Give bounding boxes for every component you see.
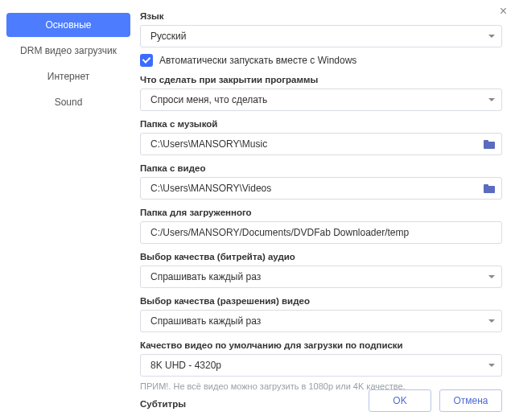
default-quality-label: Качество видео по умолчанию для загрузки… [140, 340, 502, 350]
video-quality-label: Выбор качества (разрешения) видео [140, 296, 502, 306]
sidebar-item-internet[interactable]: Интернет [6, 64, 130, 89]
onclose-label: Что сделать при закрытии программы [140, 75, 502, 84]
cancel-button-label: Отмена [453, 395, 488, 406]
audio-quality-select[interactable]: Спрашивать каждый раз [140, 266, 502, 288]
video-quality-select[interactable]: Спрашивать каждый раз [140, 310, 502, 332]
footer: OK Отмена [369, 389, 502, 412]
sidebar: Основные DRM видео загрузчик Интернет So… [0, 5, 137, 420]
video-folder-label: Папка с видео [140, 163, 502, 173]
autostart-checkbox[interactable] [140, 54, 153, 67]
audio-quality-value: Спрашивать каждый раз [150, 271, 484, 282]
onclose-value: Спроси меня, что сделать [150, 94, 484, 105]
sidebar-item-label: Интернет [47, 71, 89, 82]
default-quality-select[interactable]: 8K UHD - 4320p [140, 354, 502, 377]
sidebar-item-label: Основные [46, 19, 92, 31]
language-select[interactable]: Русский [140, 25, 502, 47]
sidebar-item-label: Sound [55, 97, 83, 108]
music-folder-label: Папка с музыкой [140, 119, 502, 129]
download-folder-input[interactable]: C:/Users/MANSORY/Documents/DVDFab Downlo… [140, 221, 502, 244]
sidebar-item-drm[interactable]: DRM видео загрузчик [6, 39, 130, 63]
video-folder-value: C:\Users\MANSORY\Videos [150, 183, 479, 194]
chevron-down-icon [488, 35, 495, 38]
chevron-down-icon [488, 364, 495, 367]
default-quality-value: 8K UHD - 4320p [150, 360, 484, 371]
sidebar-item-label: DRM видео загрузчик [20, 45, 117, 56]
language-label: Язык [140, 11, 502, 21]
main-panel: Язык Русский Автоматически запускать вме… [137, 5, 515, 420]
video-folder-input[interactable]: C:\Users\MANSORY\Videos [140, 177, 502, 200]
chevron-down-icon [488, 319, 495, 323]
music-folder-input[interactable]: C:\Users\MANSORY\Music [140, 133, 502, 155]
audio-quality-label: Выбор качества (битрейта) аудио [140, 252, 502, 261]
sidebar-item-general[interactable]: Основные [6, 13, 130, 37]
download-folder-value: C:/Users/MANSORY/Documents/DVDFab Downlo… [150, 227, 495, 238]
chevron-down-icon [488, 275, 495, 278]
folder-icon[interactable] [484, 140, 495, 149]
ok-button-label: OK [393, 395, 406, 406]
chevron-down-icon [488, 98, 495, 101]
cancel-button[interactable]: Отмена [439, 389, 502, 412]
autostart-label: Автоматически запускать вместе с Windows [159, 55, 356, 66]
autostart-row[interactable]: Автоматически запускать вместе с Windows [140, 54, 502, 67]
language-value: Русский [150, 31, 484, 42]
music-folder-value: C:\Users\MANSORY\Music [150, 138, 479, 150]
settings-container: Основные DRM видео загрузчик Интернет So… [0, 0, 515, 420]
download-folder-label: Папка для загруженного [140, 208, 502, 217]
ok-button[interactable]: OK [369, 389, 431, 412]
sidebar-item-sound[interactable]: Sound [6, 90, 130, 114]
video-quality-value: Спрашивать каждый раз [150, 315, 484, 327]
folder-icon[interactable] [484, 184, 495, 193]
close-icon[interactable]: × [500, 5, 507, 18]
onclose-select[interactable]: Спроси меня, что сделать [140, 89, 502, 111]
